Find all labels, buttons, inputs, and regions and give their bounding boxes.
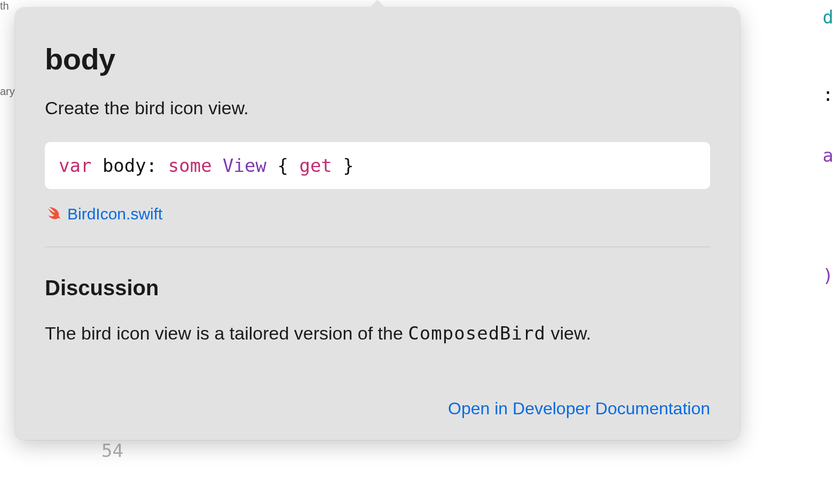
discussion-heading: Discussion (45, 276, 710, 300)
symbol-abstract: Create the bird icon view. (45, 98, 710, 119)
source-file-link[interactable]: BirdIcon.swift (67, 205, 162, 223)
bg-code-token: : (738, 77, 834, 112)
discussion-prefix: The bird icon view is a tailored version… (45, 323, 408, 343)
bg-label-th: th (0, 0, 9, 12)
decl-token: } (332, 155, 354, 176)
bg-code-token: d (738, 0, 834, 35)
bg-code-token: a (738, 138, 834, 173)
documentation-popover: body Create the bird icon view. var body… (15, 7, 740, 440)
swift-file-icon (45, 206, 61, 222)
decl-token (212, 155, 223, 176)
bg-code-fragment: d : a ) (738, 0, 834, 320)
symbol-title: body (45, 42, 710, 76)
open-in-docs-link[interactable]: Open in Developer Documentation (448, 399, 710, 419)
decl-token-keyword: var (59, 155, 91, 176)
discussion-suffix: view. (546, 323, 591, 343)
discussion-text: The bird icon view is a tailored version… (45, 321, 710, 346)
decl-token-keyword: get (299, 155, 332, 176)
decl-token: body: (91, 155, 168, 176)
bg-label-ary: ary (0, 85, 15, 98)
decl-token-type: View (223, 155, 266, 176)
source-file-row: BirdIcon.swift (45, 205, 710, 223)
declaration-box: var body: some View { get } (45, 142, 710, 189)
discussion-code-ref: ComposedBird (408, 322, 546, 344)
footer-row: Open in Developer Documentation (45, 377, 710, 419)
line-number: 54 (101, 440, 123, 461)
section-divider (45, 247, 710, 247)
bg-code-token: ) (738, 258, 834, 293)
decl-token-keyword: some (168, 155, 212, 176)
decl-token: { (266, 155, 299, 176)
